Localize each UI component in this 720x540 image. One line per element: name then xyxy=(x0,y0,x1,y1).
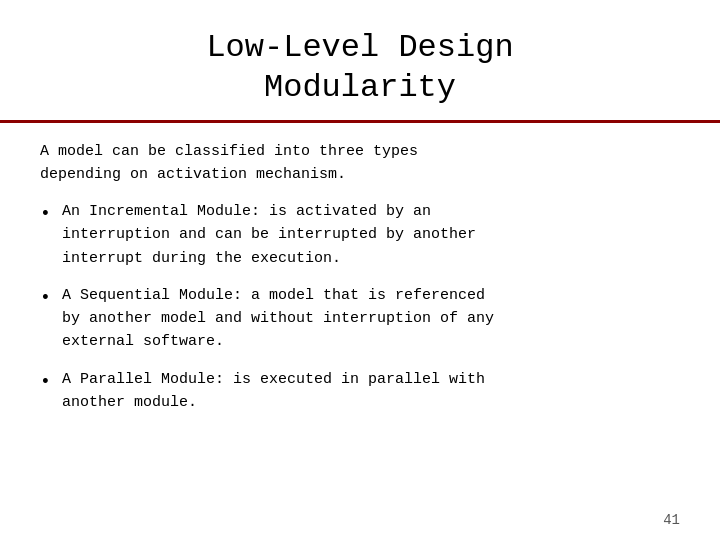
page-number: 41 xyxy=(0,512,720,540)
intro-paragraph: A model can be classified into three typ… xyxy=(40,141,680,186)
title-area: Low-Level Design Modularity xyxy=(0,0,720,120)
bullet-text-3: A Parallel Module: is executed in parall… xyxy=(62,368,485,415)
list-item: • A Sequential Module: a model that is r… xyxy=(40,284,680,354)
title-line2: Modularity xyxy=(264,69,456,106)
bullet-dot-1: • xyxy=(40,201,62,229)
list-item: • An Incremental Module: is activated by… xyxy=(40,200,680,270)
slide: Low-Level Design Modularity A model can … xyxy=(0,0,720,540)
bullet-list: • An Incremental Module: is activated by… xyxy=(40,200,680,414)
title-line1: Low-Level Design xyxy=(206,29,513,66)
bullet-dot-3: • xyxy=(40,369,62,397)
content-area: A model can be classified into three typ… xyxy=(0,123,720,512)
bullet-text-1: An Incremental Module: is activated by a… xyxy=(62,200,476,270)
list-item: • A Parallel Module: is executed in para… xyxy=(40,368,680,415)
slide-title: Low-Level Design Modularity xyxy=(40,28,680,108)
bullet-text-2: A Sequential Module: a model that is ref… xyxy=(62,284,494,354)
bullet-dot-2: • xyxy=(40,285,62,313)
